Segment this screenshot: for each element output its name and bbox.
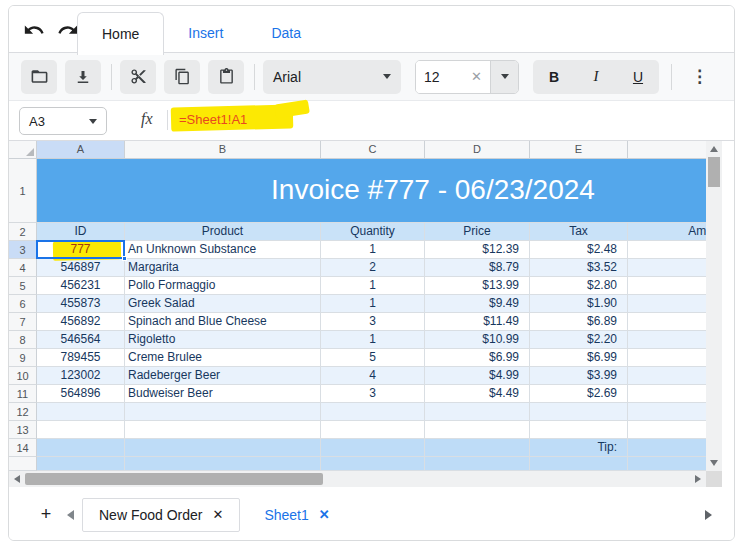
- tab-data[interactable]: Data: [247, 12, 325, 54]
- cell-F10[interactable]: [628, 367, 706, 385]
- next-sheet-icon[interactable]: [705, 510, 712, 520]
- cell-F14[interactable]: [628, 439, 706, 457]
- cell-A13[interactable]: [37, 421, 125, 439]
- cell-A2[interactable]: ID: [37, 223, 125, 241]
- cell-B5[interactable]: Pollo Formaggio: [125, 277, 321, 295]
- scroll-left-icon[interactable]: [14, 475, 20, 483]
- cell-F13[interactable]: [628, 421, 706, 439]
- formula-input[interactable]: =Sheet1!A1: [179, 108, 247, 132]
- add-sheet-button[interactable]: +: [35, 504, 57, 525]
- cell-C2[interactable]: Quantity: [321, 223, 425, 241]
- cell-E8[interactable]: $2.20: [530, 331, 628, 349]
- bold-button[interactable]: B: [533, 60, 575, 94]
- cell-D11[interactable]: $4.49: [425, 385, 530, 403]
- cell-F6[interactable]: [628, 295, 706, 313]
- cell-D3[interactable]: $12.39: [425, 241, 530, 259]
- cell-E4[interactable]: $3.52: [530, 259, 628, 277]
- cell-A11[interactable]: 564896: [37, 385, 125, 403]
- cell-E13[interactable]: [530, 421, 628, 439]
- row-header-9[interactable]: 9: [9, 349, 37, 367]
- cell-F15[interactable]: [628, 457, 706, 471]
- italic-button[interactable]: I: [575, 60, 617, 94]
- column-header-c[interactable]: C: [321, 141, 425, 159]
- cell-C10[interactable]: 4: [321, 367, 425, 385]
- font-family-dropdown[interactable]: Arial: [263, 60, 401, 94]
- cell-B14[interactable]: [125, 439, 321, 457]
- cell-F7[interactable]: [628, 313, 706, 331]
- cell-F8[interactable]: [628, 331, 706, 349]
- scroll-up-icon[interactable]: [710, 146, 718, 152]
- cell-C8[interactable]: 1: [321, 331, 425, 349]
- cell-E7[interactable]: $6.89: [530, 313, 628, 331]
- row-header-5[interactable]: 5: [9, 277, 37, 295]
- row-header-10[interactable]: 10: [9, 367, 37, 385]
- cell-F3[interactable]: [628, 241, 706, 259]
- cell-F5[interactable]: [628, 277, 706, 295]
- cell-D10[interactable]: $4.99: [425, 367, 530, 385]
- cell-F9[interactable]: [628, 349, 706, 367]
- cell-B11[interactable]: Budweiser Beer: [125, 385, 321, 403]
- vertical-scrollbar-thumb[interactable]: [708, 157, 720, 187]
- cell-D14[interactable]: [425, 439, 530, 457]
- cell-B12[interactable]: [125, 403, 321, 421]
- cell-F11[interactable]: [628, 385, 706, 403]
- sheet-tab-new-food-order[interactable]: New Food Order✕: [82, 498, 240, 532]
- cell-D6[interactable]: $9.49: [425, 295, 530, 313]
- close-icon[interactable]: ✕: [212, 507, 223, 522]
- cell-B2[interactable]: Product: [125, 223, 321, 241]
- download-button[interactable]: [65, 60, 101, 94]
- cell-A4[interactable]: 546897: [37, 259, 125, 277]
- cell-E3[interactable]: $2.48: [530, 241, 628, 259]
- overflow-menu-button[interactable]: ⋮: [683, 62, 716, 91]
- cell-F12[interactable]: [628, 403, 706, 421]
- cell-B10[interactable]: Radeberger Beer: [125, 367, 321, 385]
- cell-A15[interactable]: [37, 457, 125, 471]
- cell-C9[interactable]: 5: [321, 349, 425, 367]
- cell-E10[interactable]: $3.99: [530, 367, 628, 385]
- scroll-down-icon[interactable]: [710, 460, 718, 466]
- cell-E14[interactable]: Tip:: [530, 439, 628, 457]
- cell-C11[interactable]: 3: [321, 385, 425, 403]
- cell-A3[interactable]: 777: [37, 241, 125, 259]
- tab-insert[interactable]: Insert: [164, 12, 247, 54]
- cell-D12[interactable]: [425, 403, 530, 421]
- cell-D8[interactable]: $10.99: [425, 331, 530, 349]
- cell-F2[interactable]: Amount: [628, 223, 706, 241]
- tab-home[interactable]: Home: [77, 12, 164, 55]
- prev-sheet-icon[interactable]: [67, 510, 74, 520]
- cell-C4[interactable]: 2: [321, 259, 425, 277]
- cell-A10[interactable]: 123002: [37, 367, 125, 385]
- copy-button[interactable]: [164, 60, 200, 94]
- row-header-7[interactable]: 7: [9, 313, 37, 331]
- cell-A12[interactable]: [37, 403, 125, 421]
- row-header-12[interactable]: 12: [9, 403, 37, 421]
- cell-C5[interactable]: 1: [321, 277, 425, 295]
- cell-D5[interactable]: $13.99: [425, 277, 530, 295]
- cell-C3[interactable]: 1: [321, 241, 425, 259]
- font-size-input[interactable]: 12 ✕: [416, 61, 490, 93]
- open-file-button[interactable]: [21, 60, 57, 94]
- cell-E2[interactable]: Tax: [530, 223, 628, 241]
- cell-E15[interactable]: [530, 457, 628, 471]
- row-header-3[interactable]: 3: [9, 241, 37, 259]
- sheet-tab-sheet1[interactable]: Sheet1✕: [248, 498, 345, 532]
- cell-D7[interactable]: $11.49: [425, 313, 530, 331]
- cell-E12[interactable]: [530, 403, 628, 421]
- row-header-2[interactable]: 2: [9, 223, 37, 241]
- cell-A8[interactable]: 546564: [37, 331, 125, 349]
- cell-A9[interactable]: 789455: [37, 349, 125, 367]
- clear-icon[interactable]: ✕: [471, 69, 482, 84]
- cell-C15[interactable]: [321, 457, 425, 471]
- row-header-13[interactable]: 13: [9, 421, 37, 439]
- cell-D15[interactable]: [425, 457, 530, 471]
- cell-B6[interactable]: Greek Salad: [125, 295, 321, 313]
- horizontal-scrollbar-thumb[interactable]: [25, 473, 323, 485]
- cut-button[interactable]: [120, 60, 156, 94]
- scroll-right-icon[interactable]: [695, 475, 701, 483]
- column-header-f[interactable]: F: [628, 141, 706, 159]
- row-header-11[interactable]: 11: [9, 385, 37, 403]
- cell-F4[interactable]: [628, 259, 706, 277]
- fill-handle[interactable]: [122, 256, 127, 261]
- column-header-a[interactable]: A: [37, 141, 125, 159]
- cell-C7[interactable]: 3: [321, 313, 425, 331]
